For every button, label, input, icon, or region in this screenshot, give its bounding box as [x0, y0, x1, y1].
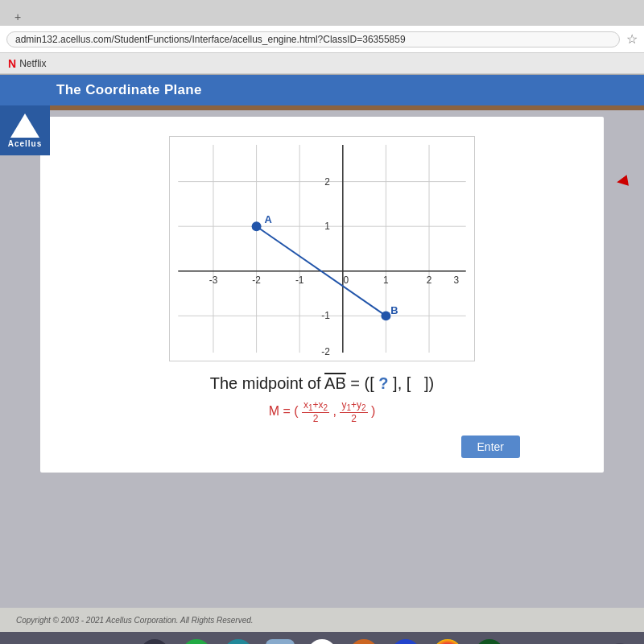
- enter-button-row: Enter: [60, 436, 584, 458]
- acellus-triangle-icon: [10, 114, 39, 138]
- decorative-bar: [0, 105, 644, 110]
- address-bar: ☆: [0, 26, 644, 53]
- segment-label: AB: [324, 374, 346, 392]
- graph-svg: -3 -2 -1 0 1 2 3 2 1 -1 -2 A: [170, 137, 474, 361]
- netflix-icon: N: [8, 57, 16, 70]
- svg-text:-1: -1: [295, 275, 304, 286]
- taskbar-icon-8[interactable]: ▶: [475, 639, 504, 644]
- svg-text:A: A: [265, 213, 272, 225]
- coordinate-graph: -3 -2 -1 0 1 2 3 2 1 -1 -2 A: [169, 136, 475, 361]
- midpoint-question: The midpoint of AB = ([ ? ], [ ]): [60, 374, 584, 393]
- acellus-logo: Acellus: [0, 105, 50, 155]
- bookmarks-bar: N Netflix: [0, 53, 644, 74]
- page-title: The Coordinate Plane: [56, 82, 202, 98]
- svg-text:1: 1: [383, 275, 389, 286]
- cursor-icon: ◀: [615, 171, 630, 190]
- svg-text:2: 2: [324, 176, 330, 188]
- copyright-text: Copyright © 2003 - 2021 Acellus Corporat…: [16, 616, 254, 625]
- netflix-bookmark[interactable]: N Netflix: [8, 57, 46, 70]
- tab-bar: +: [0, 0, 644, 26]
- taskbar-icon-1[interactable]: ▶: [140, 639, 169, 644]
- url-input[interactable]: [6, 31, 620, 47]
- taskbar-icon-6[interactable]: ℹ: [391, 639, 420, 644]
- taskbar-icon-5[interactable]: 🕐: [349, 639, 378, 644]
- taskbar-icon-camera[interactable]: 📷: [224, 639, 253, 644]
- svg-text:-2: -2: [252, 275, 261, 286]
- enter-button[interactable]: Enter: [461, 436, 520, 458]
- svg-point-24: [252, 221, 262, 231]
- question-area: The midpoint of AB = ([ ? ], [ ]) M = ( …: [60, 374, 584, 458]
- taskbar-icon-k[interactable]: K: [308, 639, 336, 644]
- svg-text:0: 0: [343, 275, 349, 286]
- svg-point-26: [381, 311, 390, 320]
- svg-text:B: B: [390, 304, 398, 316]
- browser-chrome: + ☆ N Netflix: [0, 0, 644, 75]
- acellus-label: Acellus: [8, 139, 43, 148]
- taskbar-icon-2[interactable]: ▶: [182, 639, 211, 644]
- new-tab-button[interactable]: +: [8, 8, 27, 26]
- header-bar: The Coordinate Plane: [0, 75, 644, 105]
- netflix-label: Netflix: [19, 58, 46, 69]
- svg-text:-2: -2: [321, 346, 330, 357]
- formula-fraction-x: x1+x2 2: [302, 404, 333, 418]
- taskbar-icon-chrome[interactable]: [433, 639, 462, 644]
- svg-text:-3: -3: [209, 275, 218, 286]
- formula-fraction-y: y1+y2 2: [340, 404, 371, 418]
- page-content: The Coordinate Plane Acellus ◀: [0, 75, 644, 632]
- svg-text:3: 3: [453, 275, 459, 286]
- bookmark-star-icon[interactable]: ☆: [626, 31, 638, 47]
- taskbar-icon-ps[interactable]: PS: [266, 639, 295, 644]
- answer-slot-1: ?: [378, 374, 388, 392]
- svg-text:1: 1: [324, 221, 330, 232]
- footer-bar: Copyright © 2003 - 2021 Acellus Corporat…: [0, 608, 644, 632]
- midpoint-formula: M = ( x1+x2 2 , y1+y2 2 ): [60, 399, 584, 424]
- content-panel: -3 -2 -1 0 1 2 3 2 1 -1 -2 A: [40, 117, 604, 473]
- taskbar: ▶ ▶ 📷 PS K 🕐 ℹ ▶ 🎤: [0, 632, 644, 644]
- svg-text:2: 2: [427, 275, 432, 286]
- svg-text:-1: -1: [321, 310, 330, 321]
